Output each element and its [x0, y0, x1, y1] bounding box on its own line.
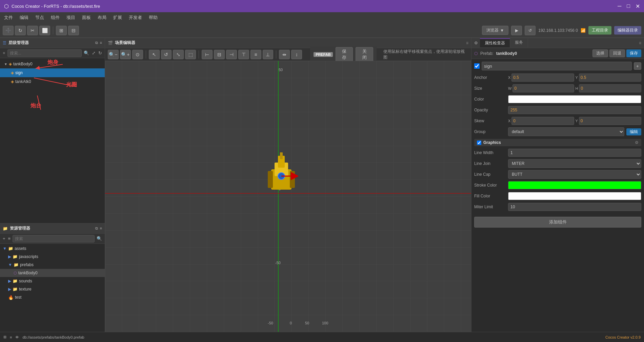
miter-limit-input[interactable]: [508, 203, 641, 211]
add-component-button[interactable]: 添加组件: [474, 217, 641, 228]
fill-color-picker[interactable]: [508, 192, 641, 200]
menu-dev[interactable]: 开发者: [129, 15, 142, 21]
align-top[interactable]: ⊤: [238, 50, 249, 59]
project-dir-button[interactable]: 工程目录: [588, 26, 611, 35]
scene-menu-icon[interactable]: ≡: [466, 41, 468, 45]
assets-list-button[interactable]: ≡: [7, 235, 12, 242]
hierarchy-refresh-button[interactable]: ↻: [98, 50, 103, 56]
browser-button[interactable]: 浏览器 ▼: [482, 26, 508, 35]
menu-help[interactable]: 帮助: [149, 15, 158, 21]
cut-button[interactable]: ✂: [27, 26, 38, 35]
reload-button[interactable]: ↺: [525, 26, 536, 35]
minimize-button[interactable]: ─: [618, 3, 621, 9]
grid-button[interactable]: ⊞: [56, 26, 67, 35]
scene-content[interactable]: 50 0 -50 0 50 -50 100: [105, 61, 471, 332]
menu-panel[interactable]: 面板: [82, 15, 91, 21]
align-bottom[interactable]: ⊥: [263, 50, 274, 59]
skew-y-input[interactable]: [579, 117, 641, 125]
status-icon-2: ≡: [10, 335, 12, 339]
node-name-input[interactable]: [482, 62, 632, 70]
rotate-tool[interactable]: ↺: [161, 50, 172, 59]
zoom-reset-button[interactable]: ⊙: [132, 50, 143, 59]
prefab-name: tankBody0: [496, 51, 517, 56]
hierarchy-search-input[interactable]: [7, 49, 82, 57]
hierarchy-search-button[interactable]: 🔍: [83, 50, 90, 56]
revert-prefab-button[interactable]: 回退: [609, 49, 625, 57]
align-left[interactable]: ⊢: [202, 50, 213, 59]
ip-info: 192.168.1.103:7456 0: [538, 28, 578, 33]
scene-save-button[interactable]: 保存: [336, 47, 353, 62]
line-cap-row: Line Cap BUTT: [474, 170, 641, 179]
close-button[interactable]: ✕: [636, 3, 640, 9]
svg-line-2: [37, 95, 41, 110]
scene-tank-object[interactable]: [264, 152, 298, 194]
line-cap-select[interactable]: BUTT: [508, 170, 641, 179]
menu-edit[interactable]: 编辑: [20, 15, 28, 21]
editor-dir-button[interactable]: 编辑器目录: [614, 26, 641, 35]
graphics-gear-icon[interactable]: ⚙: [635, 140, 639, 145]
inspector-menu-icon[interactable]: ≡: [639, 41, 641, 45]
refresh-button[interactable]: ↻: [15, 26, 26, 35]
view-button[interactable]: ⊟: [68, 26, 79, 35]
asset-item-sounds[interactable]: ▶ 📁 sounds: [0, 277, 105, 285]
anchor-x-input[interactable]: [511, 73, 574, 82]
tab-service[interactable]: 服务: [510, 38, 528, 47]
line-width-input[interactable]: [508, 149, 641, 157]
scene-close-button[interactable]: 关闭: [356, 47, 373, 62]
size-h-input[interactable]: [579, 84, 641, 92]
assets-search-button[interactable]: 🔍: [96, 235, 103, 242]
asset-item-javascripts[interactable]: ▶ 📁 javascripts: [0, 253, 105, 261]
menu-file[interactable]: 文件: [4, 15, 13, 21]
assets-add-button[interactable]: +: [2, 235, 6, 242]
hierarchy-clone-icon[interactable]: ⧉: [95, 41, 98, 45]
menu-project[interactable]: 项目: [66, 15, 75, 21]
asset-item-assets[interactable]: ▼ 📁 assets: [0, 244, 105, 253]
color-picker[interactable]: [508, 95, 641, 103]
menu-node[interactable]: 节点: [35, 15, 44, 21]
tree-item-sign[interactable]: ◈ sign: [0, 68, 105, 77]
scale-tool[interactable]: ⤡: [173, 50, 184, 59]
asset-item-tankbody0[interactable]: ⬡ tankBody0: [0, 269, 105, 277]
zoom-in-button[interactable]: 🔍+: [120, 50, 131, 59]
size-w-input[interactable]: [512, 84, 574, 92]
menu-extend[interactable]: 扩展: [113, 15, 122, 21]
assets-search-input[interactable]: [13, 235, 95, 242]
add-node-button[interactable]: ➕: [3, 26, 14, 35]
edit-group-button[interactable]: 编辑: [626, 128, 641, 135]
save-prefab-button[interactable]: 保存: [626, 49, 641, 57]
distribute-h[interactable]: ⇹: [279, 50, 290, 59]
align-middle[interactable]: ≡: [250, 50, 261, 59]
align-right[interactable]: ⊣: [226, 50, 237, 59]
skew-x-input[interactable]: [511, 117, 574, 125]
graphics-checkbox[interactable]: [477, 141, 481, 145]
hierarchy-add-button[interactable]: +: [2, 50, 6, 56]
distribute-v[interactable]: ↕: [291, 50, 302, 59]
stroke-color-picker[interactable]: [508, 181, 641, 189]
opacity-input[interactable]: [508, 106, 641, 114]
tab-inspector[interactable]: 属性检查器: [480, 38, 510, 47]
hierarchy-menu-icon[interactable]: ≡: [100, 41, 102, 45]
align-center[interactable]: ⊟: [214, 50, 225, 59]
menu-component[interactable]: 组件: [51, 15, 60, 21]
group-select[interactable]: default: [508, 127, 624, 136]
node-active-checkbox[interactable]: [474, 63, 480, 69]
anchor-y-input[interactable]: [579, 73, 641, 82]
asset-item-test[interactable]: 🔥 test: [0, 293, 105, 301]
move-tool[interactable]: ↖: [149, 50, 160, 59]
zoom-out-button[interactable]: 🔍−: [108, 50, 119, 59]
hierarchy-expand-button[interactable]: ⤢: [91, 50, 96, 56]
select-prefab-button[interactable]: 选择: [592, 49, 608, 57]
rect-button[interactable]: ⬜: [39, 26, 50, 35]
assets-clone-icon[interactable]: ⧉: [95, 226, 98, 231]
add-component-small-button[interactable]: +: [634, 62, 641, 70]
tree-item-tankbody0[interactable]: ▼ ◈ tankBody0: [0, 60, 105, 68]
rect-tool[interactable]: ⬚: [185, 50, 196, 59]
play-button[interactable]: ▶: [511, 26, 522, 35]
menu-layout[interactable]: 布局: [98, 15, 106, 21]
asset-item-prefabs[interactable]: ▼ 📁 prefabs: [0, 261, 105, 269]
line-join-select[interactable]: MITER: [508, 159, 641, 168]
maximize-button[interactable]: □: [627, 3, 630, 9]
assets-menu-icon[interactable]: ≡: [100, 226, 102, 231]
tree-item-tankatk0[interactable]: ◈ tankAtk0: [0, 77, 105, 86]
asset-item-texture[interactable]: ▶ 📁 texture: [0, 285, 105, 293]
